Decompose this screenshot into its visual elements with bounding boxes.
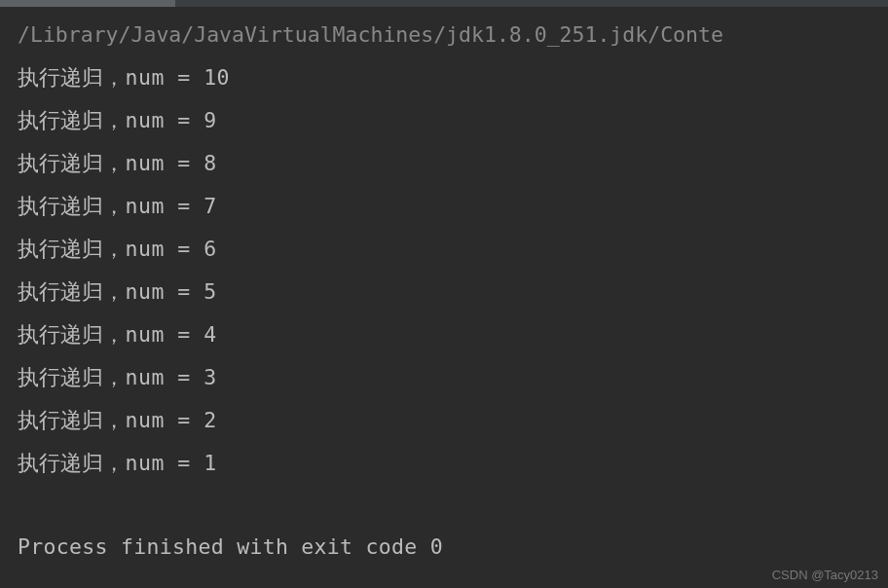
output-separator: ， bbox=[103, 409, 126, 432]
output-separator: ， bbox=[103, 238, 126, 261]
output-prefix: 执行递归 bbox=[18, 66, 103, 90]
output-variable: num = 6 bbox=[126, 237, 217, 261]
output-variable: num = 4 bbox=[126, 322, 217, 347]
command-path: /Library/Java/JavaVirtualMachines/jdk1.8… bbox=[18, 14, 888, 56]
output-line: 执行递归，num = 5 bbox=[18, 271, 888, 313]
output-separator: ， bbox=[103, 452, 126, 475]
output-line: 执行递归，num = 7 bbox=[18, 185, 888, 228]
output-line: 执行递归，num = 2 bbox=[18, 399, 888, 442]
output-variable: num = 2 bbox=[126, 408, 217, 432]
horizontal-scrollbar-track[interactable] bbox=[0, 0, 888, 7]
output-separator: ， bbox=[103, 366, 126, 389]
output-separator: ， bbox=[103, 152, 126, 175]
watermark: CSDN @Tacy0213 bbox=[772, 568, 878, 582]
horizontal-scrollbar-thumb[interactable] bbox=[0, 0, 175, 7]
output-prefix: 执行递归 bbox=[18, 366, 103, 389]
console-output: /Library/Java/JavaVirtualMachines/jdk1.8… bbox=[0, 0, 888, 569]
output-prefix: 执行递归 bbox=[18, 238, 103, 261]
output-separator: ， bbox=[103, 280, 126, 304]
output-separator: ， bbox=[103, 66, 126, 90]
output-variable: num = 9 bbox=[126, 108, 217, 132]
output-variable: num = 3 bbox=[126, 365, 217, 389]
output-line: 执行递归，num = 1 bbox=[18, 442, 888, 485]
output-line: 执行递归，num = 6 bbox=[18, 228, 888, 271]
output-prefix: 执行递归 bbox=[18, 323, 103, 347]
output-separator: ， bbox=[103, 323, 126, 347]
exit-message: Process finished with exit code 0 bbox=[18, 526, 888, 569]
output-line: 执行递归，num = 3 bbox=[18, 356, 888, 399]
output-line: 执行递归，num = 9 bbox=[18, 99, 888, 142]
output-prefix: 执行递归 bbox=[18, 152, 103, 175]
output-variable: num = 7 bbox=[126, 194, 217, 218]
output-line: 执行递归，num = 10 bbox=[18, 56, 888, 99]
output-variable: num = 1 bbox=[126, 451, 217, 475]
output-variable: num = 8 bbox=[126, 151, 217, 175]
output-prefix: 执行递归 bbox=[18, 452, 103, 475]
output-prefix: 执行递归 bbox=[18, 109, 103, 132]
output-prefix: 执行递归 bbox=[18, 409, 103, 432]
output-variable: num = 5 bbox=[126, 279, 217, 304]
output-line: 执行递归，num = 4 bbox=[18, 313, 888, 356]
output-line: 执行递归，num = 8 bbox=[18, 142, 888, 185]
output-prefix: 执行递归 bbox=[18, 195, 103, 218]
output-separator: ， bbox=[103, 109, 126, 132]
output-prefix: 执行递归 bbox=[18, 280, 103, 304]
output-separator: ， bbox=[103, 195, 126, 218]
output-variable: num = 10 bbox=[126, 65, 231, 90]
